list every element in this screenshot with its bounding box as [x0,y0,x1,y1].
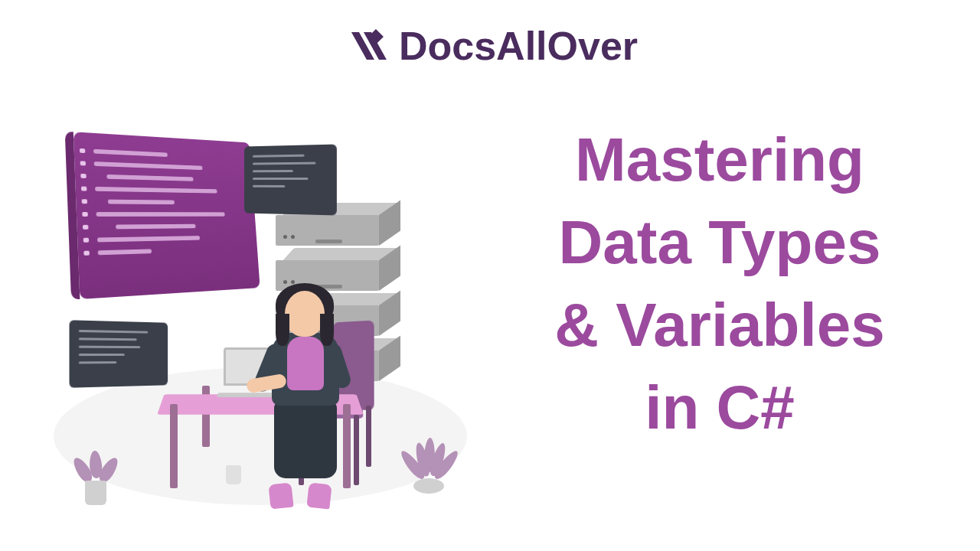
title-line: Data Types [490,201,949,284]
code-snippet-panel [244,144,337,215]
title-line: in C# [490,367,949,449]
brand-name: DocsAllOver [399,23,638,69]
title-line: Mastering [490,119,949,201]
docsallover-logo-icon [342,23,388,69]
plant-decoration [73,429,119,505]
cup-decoration [226,465,241,484]
article-title: Mastering Data Types & Variables in C# [490,119,949,449]
plant-decoration [406,417,452,494]
header: DocsAllOver [342,23,638,69]
code-snippet-panel [70,320,168,388]
hero-illustration [46,99,475,528]
developer-person [253,291,379,528]
code-screen [74,132,260,299]
title-line: & Variables [490,284,949,367]
